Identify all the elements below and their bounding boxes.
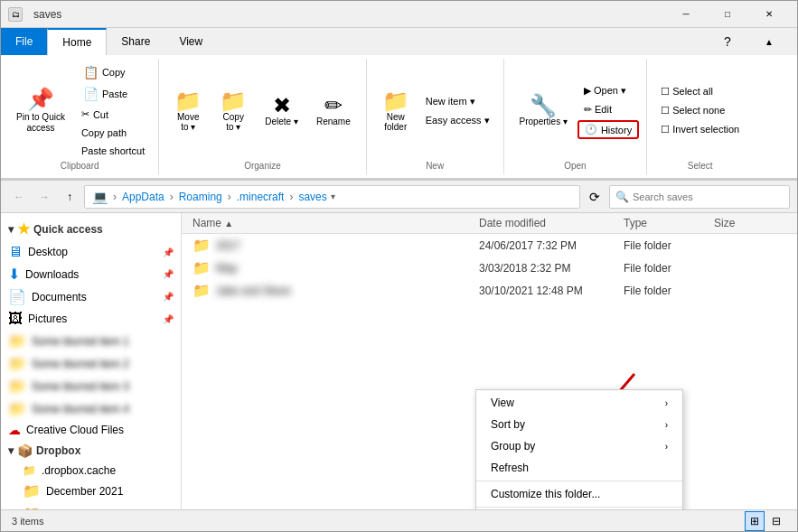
sidebar-item-december-2021[interactable]: 📁 December 2021: [1, 480, 181, 502]
edit-button[interactable]: ✏ Edit: [577, 101, 639, 118]
column-size[interactable]: Size: [714, 217, 786, 229]
ctx-view[interactable]: View ›: [476, 392, 682, 414]
sidebar-item-downloads[interactable]: ⬇ Downloads 📌: [1, 263, 181, 285]
sort-arrow: ▲: [224, 219, 233, 229]
file-name-blurred-3: Jake and Steve: [216, 285, 291, 297]
back-button[interactable]: ←: [8, 186, 30, 208]
cut-button[interactable]: ✂ Cut: [75, 106, 151, 123]
sidebar-blurred2-label: Some blurred item 2: [32, 358, 129, 370]
tab-view[interactable]: View: [164, 28, 217, 55]
minimize-button[interactable]: ─: [665, 1, 707, 28]
sidebar-dropbox-cache-label: .dropbox.cache: [42, 464, 116, 477]
column-date[interactable]: Date modified: [479, 217, 624, 229]
history-button[interactable]: 🕐 History: [577, 120, 639, 139]
search-input[interactable]: [633, 191, 784, 202]
delete-button[interactable]: ✖ Delete ▾: [257, 92, 306, 129]
quick-access-header[interactable]: ▾ ★ Quick access: [1, 217, 181, 241]
select-none-button[interactable]: ☐ Select none: [654, 102, 746, 119]
sidebar-item-january-2022[interactable]: 📁 January 2022: [1, 502, 181, 509]
window: 🗂 saves ─ □ ✕ File Home Share View ? ▲: [0, 0, 798, 532]
large-icons-view-button[interactable]: ⊟: [766, 511, 786, 531]
path-appdata[interactable]: AppData: [122, 191, 164, 203]
pictures-icon: 🖼: [8, 311, 23, 327]
sidebar-item-blurred2[interactable]: 📁 Some blurred item 2: [1, 352, 181, 375]
status-bar: 3 items ⊞ ⊟: [1, 509, 797, 531]
ctx-group-by[interactable]: Group by ›: [476, 435, 682, 457]
sidebar-item-desktop[interactable]: 🖥 Desktop 📌: [1, 241, 181, 263]
tab-share[interactable]: Share: [107, 28, 164, 55]
file-type-1: File folder: [624, 239, 714, 252]
tab-file[interactable]: File: [1, 28, 47, 55]
copy-path-button[interactable]: Copy path: [75, 125, 151, 141]
dropbox-header[interactable]: ▾ 📦 Dropbox: [1, 440, 181, 462]
sidebar-item-creative-cloud[interactable]: ☁ Creative Cloud Files: [1, 420, 181, 440]
file-row[interactable]: 📁 Jake and Steve 30/10/2021 12:48 PM Fil…: [182, 279, 797, 302]
sidebar-item-documents[interactable]: 📄 Documents 📌: [1, 285, 181, 308]
address-bar: ← → ↑ 💻 › AppData › Roaming › .minecraft…: [1, 181, 797, 213]
select-all-buttons: ☐ Select all ☐ Select none ☐ Invert sele…: [654, 83, 746, 138]
open-button[interactable]: ▶ Open ▾: [577, 82, 639, 99]
path-dropdown-button[interactable]: ▾: [331, 191, 335, 201]
easy-access-label: Easy access ▾: [426, 115, 490, 126]
file-row[interactable]: 📁 2017 24/06/2017 7:32 PM File folder: [182, 234, 797, 257]
ctx-refresh[interactable]: Refresh: [476, 457, 682, 479]
details-view-button[interactable]: ⊞: [745, 511, 765, 531]
paste-button[interactable]: 📄 Paste: [75, 84, 151, 104]
up-button[interactable]: ↑: [59, 186, 80, 208]
column-type[interactable]: Type: [624, 217, 714, 229]
path-computer-icon: 💻: [92, 190, 108, 204]
path-minecraft[interactable]: .minecraft: [237, 191, 285, 203]
path-roaming[interactable]: Roaming: [179, 191, 222, 203]
sidebar-item-pictures[interactable]: 🖼 Pictures 📌: [1, 308, 181, 330]
pin-quick-access-button[interactable]: 📌 Pin to Quickaccess: [8, 86, 73, 136]
blurred-folder-icon-4: 📁: [8, 400, 26, 417]
window-title: saves: [30, 8, 665, 21]
delete-icon: ✖: [273, 95, 291, 117]
new-folder-button[interactable]: 📁 Newfolder: [374, 88, 418, 135]
move-to-button[interactable]: 📁 Moveto ▾: [166, 88, 210, 135]
desktop-icon: 🖥: [8, 244, 23, 260]
new-folder-label: Newfolder: [384, 112, 407, 132]
file-row[interactable]: 📁 Map 3/03/2018 2:32 PM File folder: [182, 257, 797, 279]
help-button[interactable]: ?: [707, 28, 748, 55]
ctx-customize[interactable]: Customize this folder...: [476, 483, 682, 505]
paste-shortcut-label: Paste shortcut: [81, 145, 145, 156]
sidebar-pictures-label: Pictures: [28, 313, 67, 325]
close-button[interactable]: ✕: [748, 1, 790, 28]
maximize-button[interactable]: □: [707, 1, 748, 28]
rename-button[interactable]: ✏ Rename: [308, 92, 359, 129]
ctx-sort-arrow: ›: [665, 420, 668, 430]
select-all-button[interactable]: ☐ Select all: [654, 83, 746, 100]
tab-home[interactable]: Home: [47, 28, 107, 55]
quick-access-label: Quick access: [33, 223, 103, 236]
sidebar-blurred4-label: Some blurred item 4: [32, 403, 129, 415]
properties-button[interactable]: 🔧 Properties ▾: [512, 92, 576, 129]
copy-to-button[interactable]: 📁 Copyto ▾: [211, 88, 255, 135]
sidebar-blurred3-label: Some blurred item 3: [32, 380, 129, 393]
copy-button[interactable]: 📋 Copy: [75, 62, 151, 82]
ribbon-tabs: File Home Share View ? ▲: [1, 28, 797, 55]
easy-access-button[interactable]: Easy access ▾: [419, 112, 496, 129]
sidebar-item-blurred1[interactable]: 📁 Some blurred item 1: [1, 330, 181, 352]
dropbox-icon: 📦: [17, 443, 33, 458]
new-item-button[interactable]: New item ▾: [419, 93, 496, 110]
column-name[interactable]: Name ▲: [192, 217, 479, 229]
documents-icon: 📄: [8, 288, 26, 305]
refresh-button[interactable]: ⟳: [584, 186, 606, 208]
sidebar-item-blurred4[interactable]: 📁 Some blurred item 4: [1, 397, 181, 420]
rename-label: Rename: [316, 117, 351, 126]
search-icon: 🔍: [615, 191, 629, 203]
sidebar-item-blurred3[interactable]: 📁 Some blurred item 3: [1, 375, 181, 397]
folder-icon-2: 📁: [192, 259, 211, 276]
collapse-ribbon-button[interactable]: ▲: [748, 28, 790, 55]
ctx-sort-by[interactable]: Sort by ›: [476, 414, 682, 435]
path-saves[interactable]: saves: [298, 191, 326, 203]
sidebar-downloads-label: Downloads: [25, 268, 79, 281]
forward-button[interactable]: →: [33, 186, 55, 208]
ctx-view-label: View: [491, 397, 514, 409]
paste-shortcut-button[interactable]: Paste shortcut: [75, 143, 151, 159]
invert-selection-button[interactable]: ☐ Invert selection: [654, 121, 746, 138]
sidebar-item-dropbox-cache[interactable]: 📁 .dropbox.cache: [1, 462, 181, 480]
history-icon: 🕐: [585, 124, 597, 135]
file-date-1: 24/06/2017 7:32 PM: [479, 239, 624, 252]
